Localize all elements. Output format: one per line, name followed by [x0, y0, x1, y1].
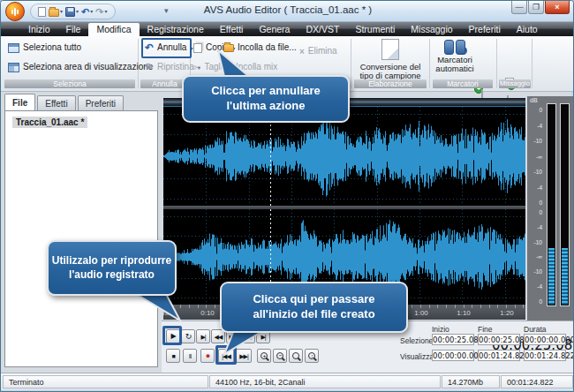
status-format: 44100 Hz, 16-bit, 2Canali [209, 375, 441, 388]
level-meter-left [547, 103, 556, 306]
go-to-end-button[interactable]: ▶▶| [236, 349, 252, 363]
play-highlight-box [162, 326, 182, 345]
ruler-label: 1:10 [453, 309, 474, 317]
cut-icon: ✂ [193, 63, 200, 72]
sidebar-tab-effetti[interactable]: Effetti [37, 95, 75, 110]
column-header-durata: Durata [524, 325, 547, 334]
pause-button[interactable]: Ⅱ [183, 349, 197, 363]
status-total-time: 00:01:24.822 [501, 375, 573, 388]
row-label-visualizza: Visualizza [400, 352, 434, 361]
view-start-field[interactable]: 00:00:00.000 [432, 350, 474, 361]
paste-mix-button[interactable]: Incolla mix [223, 60, 277, 74]
tab-dxvst[interactable]: DX/VST [298, 23, 347, 36]
play-file-button[interactable]: ▶| [196, 329, 210, 343]
db-scale-right-channel: 0-4 -10-∞ -10-4 0 [527, 209, 542, 305]
level-meter-right [560, 103, 570, 306]
zoom-in-button[interactable]: + [257, 349, 271, 363]
select-all-icon [8, 43, 19, 53]
group-label-marcatori: Marcatori [433, 79, 493, 88]
window-title: AVS Audio Editor ( Traccia_01.aac * ) [1, 4, 574, 15]
db-scale-title: dB [530, 97, 538, 103]
zoom-full-icon [292, 352, 299, 359]
play-loop-button[interactable]: ↻ [181, 329, 195, 343]
paste-from-file-button[interactable]: Incolla da file... [223, 41, 297, 55]
tab-modifica[interactable]: Modifica [88, 23, 139, 36]
db-scale-left-channel: 0-4 -10-∞ -10-4 0 [527, 107, 542, 206]
status-bar: Terminato 44100 Hz, 16-bit, 2Canali 14.2… [1, 373, 574, 390]
sample-conversion-button[interactable]: Conversione del tipo di campione [354, 39, 427, 80]
file-list-item[interactable]: Traccia_01.aac * [12, 117, 87, 128]
stop-button[interactable]: ■ [166, 349, 180, 363]
selection-duration-field[interactable]: 00:00:00.000 [524, 334, 566, 345]
delete-button[interactable]: × Elimina [299, 44, 337, 58]
tab-strumenti[interactable]: Strumenti [347, 23, 403, 36]
zoom-selection-icon: : [308, 352, 315, 359]
auto-markers-button[interactable]: A Marcatori automatici [433, 40, 477, 73]
zoom-out-icon: − [276, 352, 283, 359]
paste-from-file-icon [223, 44, 234, 52]
row-label-selezione: Selezione [400, 336, 433, 345]
select-view-area-button[interactable]: Seleziona area di visualizzazione [8, 60, 153, 74]
select-all-button[interactable]: Seleziona tutto [8, 41, 81, 55]
callout-play: Utilizzalo per riprodurrel'audio registr… [47, 240, 177, 296]
tab-inizio[interactable]: Inizio [20, 23, 58, 36]
group-label-seleziona: Seleziona [4, 79, 135, 88]
tab-aiuto[interactable]: Aiuto [509, 23, 546, 36]
copy-icon [193, 43, 202, 53]
zoom-in-icon: + [261, 352, 268, 359]
file-list: Traccia_01.aac * [4, 110, 158, 367]
title-bar: ▾ ▾ ↶▾ ↷▾ ▾ AVS Audio Editor ( Traccia_0… [1, 1, 574, 22]
cut-button[interactable]: ✂ Taglia [193, 60, 228, 74]
tab-file[interactable]: File [58, 23, 89, 36]
tab-registrazione[interactable]: Registrazione [140, 23, 212, 36]
zoom-selection-button[interactable]: : [305, 349, 319, 363]
minimize-button[interactable]: — [511, 1, 527, 14]
status-file-size: 14.270Mb [442, 375, 500, 388]
tab-preferiti[interactable]: Preferiti [461, 23, 509, 36]
record-button[interactable]: ● [200, 349, 215, 363]
ribbon-tab-bar: Inizio File Modifica Registrazione Effet… [1, 22, 574, 36]
select-view-area-icon [8, 63, 19, 72]
group-label-elaborazione: Elaborazione [354, 79, 427, 88]
callout-undo: Clicca per annullarel'ultima azione [182, 75, 350, 123]
redo-button[interactable]: ↷ Ripristina▾ [145, 60, 200, 74]
close-button[interactable]: × [545, 1, 570, 14]
sidebar-tab-file[interactable]: File [4, 94, 35, 110]
callout-go-start: Clicca qui per passareall'inizio del fil… [220, 282, 408, 333]
ruler-label: 1:20 [496, 309, 517, 317]
status-state: Terminato [3, 375, 208, 388]
app-window: ▾ ▾ ↶▾ ↷▾ ▾ AVS Audio Editor ( Traccia_0… [0, 0, 574, 392]
sample-conversion-icon [381, 39, 399, 60]
ruler-label: 0:10 [197, 309, 218, 317]
maximize-button[interactable]: ❐ [528, 1, 544, 14]
window-controls: — ❐ × [510, 1, 570, 14]
go-to-start-highlight-box [215, 345, 237, 365]
column-header-inizio: Inizio [432, 325, 449, 334]
level-meter-panel: dB 0-4 -10-∞ -10-4 0 0-4 -10-∞ -10-4 0 [527, 96, 573, 320]
view-duration-field[interactable]: 00:01:24.822 [524, 350, 566, 361]
tab-missaggio[interactable]: Missaggio [403, 23, 460, 36]
sidebar: File Effetti Preferiti Traccia_01.aac * [1, 92, 162, 373]
paste-mix-icon [223, 63, 232, 72]
zoom-out-button[interactable]: − [273, 349, 287, 363]
tab-genera[interactable]: Genera [251, 23, 298, 36]
column-header-fine: Fine [478, 325, 493, 334]
undo-highlight-box [141, 38, 192, 58]
selection-end-field[interactable]: 00:00:25.089 [478, 334, 520, 345]
sidebar-tabs: File Effetti Preferiti [4, 94, 125, 110]
view-end-field[interactable]: 00:01:24.822 [478, 350, 520, 361]
sidebar-tab-preferiti[interactable]: Preferiti [78, 95, 124, 110]
group-label-missaggio: Missaggio [499, 79, 531, 88]
delete-icon: × [299, 47, 305, 57]
tab-effetti[interactable]: Effetti [212, 23, 252, 36]
ruler-label: 1:00 [411, 309, 432, 317]
auto-markers-icon: A [444, 40, 465, 53]
selection-start-field[interactable]: 00:00:25.089 [432, 334, 474, 345]
redo-arrow-icon: ↷ [145, 61, 154, 73]
ruler-unit-label: hms [163, 309, 180, 317]
zoom-full-button[interactable] [289, 349, 303, 363]
